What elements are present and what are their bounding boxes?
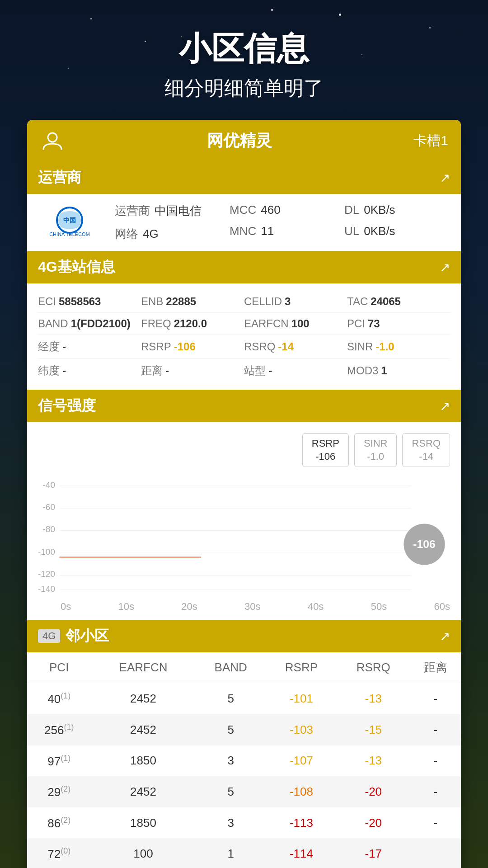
neighbor-section-header[interactable]: 4G 邻小区 ↗ xyxy=(27,620,461,652)
cell-rsrq: -15 xyxy=(337,714,410,745)
cell-rsrq: -20 xyxy=(337,807,410,839)
cell-band: 5 xyxy=(196,683,266,714)
neighbor-table: PCI EARFCN BAND RSRP RSRQ 距离 40(1) 2452 … xyxy=(27,652,461,868)
dl-label: DL xyxy=(344,203,359,217)
neighbor-content: PCI EARFCN BAND RSRP RSRQ 距离 40(1) 2452 … xyxy=(27,652,461,868)
china-telecom-logo: 中国 CHINA TELECOM xyxy=(38,207,101,238)
svg-text:-100: -100 xyxy=(38,547,55,557)
signal-chart: -40 -60 -80 -100 -120 -140 -106 xyxy=(27,472,461,599)
network-value: 4G xyxy=(143,227,159,241)
col-dist: 距离 xyxy=(410,652,461,683)
main-card: 网优精灵 卡槽1 运营商 ↗ 中国 CHINA TELECOM 运营商 xyxy=(27,120,461,868)
operator-label: 运营商 xyxy=(115,203,150,219)
cell-earfcn: 2452 xyxy=(91,714,195,745)
station-expand-icon[interactable]: ↗ xyxy=(440,260,450,275)
cell-band: 1 xyxy=(196,838,266,868)
band-item: BAND 1(FDD2100) xyxy=(38,317,141,330)
eci-item: ECI 5858563 xyxy=(38,295,141,308)
rsrq-item: RSRQ -14 xyxy=(244,340,347,354)
cell-rsrp: -103 xyxy=(266,714,337,745)
mod3-item: MOD3 1 xyxy=(347,363,450,378)
operator-section-header[interactable]: 运营商 ↗ xyxy=(27,161,461,194)
cell-earfcn: 2452 xyxy=(91,776,195,807)
svg-text:-80: -80 xyxy=(43,525,55,534)
col-pci: PCI xyxy=(27,652,91,683)
network-label: 网络 xyxy=(115,226,138,242)
cell-rsrp: -114 xyxy=(266,838,337,868)
operator-expand-icon[interactable]: ↗ xyxy=(440,170,450,185)
signal-section-header[interactable]: 信号强度 ↗ xyxy=(27,390,461,422)
col-rsrq: RSRQ xyxy=(337,652,410,683)
dl-value: 0KB/s xyxy=(364,203,395,217)
station-type-item: 站型 - xyxy=(244,363,347,378)
app-name: 网优精灵 xyxy=(65,130,413,152)
svg-text:-106: -106 xyxy=(413,538,435,550)
cell-rsrp: -113 xyxy=(266,807,337,839)
cell-rsrq: -13 xyxy=(337,683,410,714)
table-row: 86(2) 1850 3 -113 -20 - xyxy=(27,807,461,839)
chart-x-labels: 0s10s20s30s40s50s60s xyxy=(27,599,461,620)
rsrq-badge[interactable]: RSRQ -14 xyxy=(402,433,450,467)
mcc-label: MCC xyxy=(230,203,256,217)
mcc-value: 460 xyxy=(261,203,280,217)
signal-expand-icon[interactable]: ↗ xyxy=(440,399,450,414)
neighbor-title: 邻小区 xyxy=(66,626,109,646)
longitude-item: 经度 - xyxy=(38,340,141,354)
cell-pci: 40(1) xyxy=(27,683,91,714)
station-content: ECI 5858563 ENB 22885 CELLID 3 TAC 24065… xyxy=(27,283,461,390)
rsrp-item: RSRP -106 xyxy=(141,340,244,354)
cell-pci: 29(2) xyxy=(27,776,91,807)
operator-value: 中国电信 xyxy=(155,203,202,219)
col-band: BAND xyxy=(196,652,266,683)
cell-earfcn: 2452 xyxy=(91,683,195,714)
rsrp-badge[interactable]: RSRP -106 xyxy=(302,433,349,467)
cell-earfcn: 1850 xyxy=(91,745,195,777)
neighbor-table-header: PCI EARFCN BAND RSRP RSRQ 距离 xyxy=(27,652,461,683)
svg-point-0 xyxy=(48,133,57,142)
svg-text:-140: -140 xyxy=(38,584,55,594)
user-icon xyxy=(40,128,65,153)
svg-text:-120: -120 xyxy=(38,569,55,579)
cell-earfcn: 1850 xyxy=(91,807,195,839)
table-row: 256(1) 2452 5 -103 -15 - xyxy=(27,714,461,745)
table-row: 29(2) 2452 5 -108 -20 - xyxy=(27,776,461,807)
svg-text:CHINA TELECOM: CHINA TELECOM xyxy=(49,231,90,237)
signal-title: 信号强度 xyxy=(38,396,96,416)
cell-dist: - xyxy=(410,745,461,777)
cell-dist: - xyxy=(410,776,461,807)
table-row: 97(1) 1850 3 -107 -13 - xyxy=(27,745,461,777)
cell-rsrp: -101 xyxy=(266,683,337,714)
cell-rsrq: -20 xyxy=(337,776,410,807)
cell-band: 3 xyxy=(196,807,266,839)
cell-rsrp: -108 xyxy=(266,776,337,807)
signal-content: RSRP -106 SINR -1.0 RSRQ -14 -40 -60 -80… xyxy=(27,422,461,620)
cell-dist: - xyxy=(410,683,461,714)
table-row: 40(1) 2452 5 -101 -13 - xyxy=(27,683,461,714)
table-row: 72(0) 100 1 -114 -17 xyxy=(27,838,461,868)
neighbor-expand-icon[interactable]: ↗ xyxy=(440,629,450,644)
svg-text:中国: 中国 xyxy=(63,217,76,224)
station-title: 4G基站信息 xyxy=(38,257,115,277)
cell-pci: 97(1) xyxy=(27,745,91,777)
distance-item: 距离 - xyxy=(141,363,244,378)
latitude-item: 纬度 - xyxy=(38,363,141,378)
cell-pci: 86(2) xyxy=(27,807,91,839)
sinr-badge[interactable]: SINR -1.0 xyxy=(354,433,397,467)
operator-title: 运营商 xyxy=(38,168,81,188)
cell-rsrq: -13 xyxy=(337,745,410,777)
cell-dist: - xyxy=(410,714,461,745)
station-section-header[interactable]: 4G基站信息 ↗ xyxy=(27,251,461,283)
cell-rsrp: -107 xyxy=(266,745,337,777)
operator-content: 中国 CHINA TELECOM 运营商 中国电信 网络 4G xyxy=(27,194,461,251)
col-rsrp: RSRP xyxy=(266,652,337,683)
cell-pci: 256(1) xyxy=(27,714,91,745)
pci-item: PCI 73 xyxy=(347,317,450,330)
cell-earfcn: 100 xyxy=(91,838,195,868)
freq-item: FREQ 2120.0 xyxy=(141,317,244,330)
ul-label: UL xyxy=(344,224,359,238)
cell-band: 5 xyxy=(196,714,266,745)
card-header: 网优精灵 卡槽1 xyxy=(27,120,461,161)
svg-text:-60: -60 xyxy=(43,502,55,512)
svg-text:-40: -40 xyxy=(43,480,55,490)
tac-item: TAC 24065 xyxy=(347,295,450,308)
